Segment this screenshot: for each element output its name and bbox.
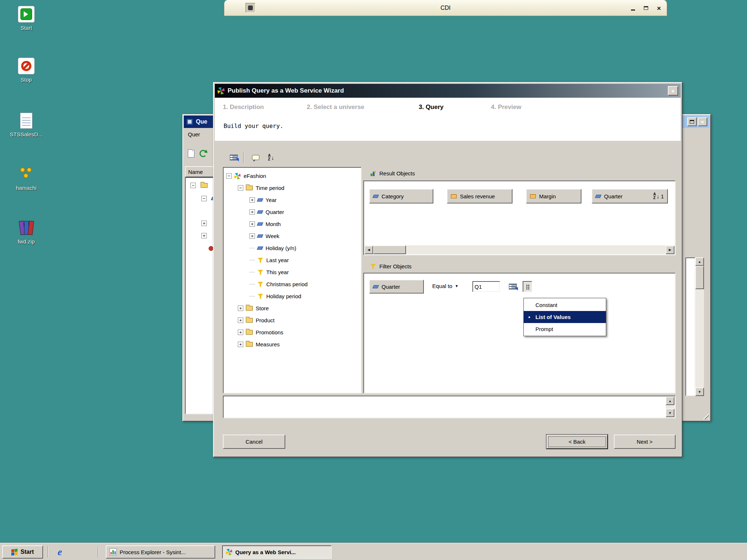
wizard-titlebar[interactable]: Publish Query as a Web Service Wizard × [215,84,681,98]
scroll-down-icon[interactable]: ▼ [666,409,674,417]
result-object-margin[interactable]: Margin [526,189,581,203]
expander-icon[interactable]: − [238,185,243,191]
value-table-icon[interactable] [507,281,519,292]
tree-item-this-year[interactable]: This year [223,266,361,278]
expander-icon[interactable]: + [238,318,243,323]
task-query-web-service[interactable]: Query as a Web Servi... [222,545,332,559]
expander-icon[interactable]: + [238,306,243,311]
folder-icon [246,342,253,347]
tree-item-month[interactable]: + Month [223,218,361,230]
value-type-menu-button[interactable] [523,281,532,292]
restore-icon[interactable] [687,117,697,126]
result-object-quarter[interactable]: Quarter AZ↓ 1 [592,189,668,203]
restore-icon[interactable] [644,6,648,10]
scrollbar-thumb[interactable] [373,245,406,254]
expander-icon[interactable]: + [249,209,255,215]
toolbar-separator [243,152,244,163]
expander-icon[interactable]: + [201,221,207,226]
tree-item-efashion[interactable]: − eFashion [223,170,361,182]
scroll-left-icon[interactable]: ◀ [364,246,373,254]
comment-icon[interactable] [250,152,262,163]
taskbar-separator [98,546,98,558]
dimension-icon [372,195,379,198]
universe-icon [234,173,241,179]
expander-icon[interactable]: + [249,221,255,227]
desktop-icon-label: Start [4,25,48,31]
folder-icon [201,183,208,188]
chevron-down-icon: ▼ [455,284,458,288]
close-icon[interactable]: × [668,86,678,96]
cdi-window-titlebar: CDI × [224,0,667,16]
minimize-icon[interactable] [631,9,635,11]
refresh-icon[interactable] [200,150,207,157]
dimension-icon [372,285,379,288]
tree-item-holiday[interactable]: Holiday (y/n) [223,242,361,254]
tree-item-promotions[interactable]: + Promotions [223,326,361,338]
tree-connector [249,260,255,260]
tree-item-christmas-period[interactable]: Christmas period [223,278,361,290]
cancel-button[interactable]: Cancel [223,435,285,449]
app-menu-query[interactable]: Quer [188,131,200,137]
vertical-scrollbar[interactable]: ▲ ▼ [666,397,674,417]
tree-item-week[interactable]: + Week [223,230,361,242]
tree-item-measures[interactable]: + Measures [223,338,361,350]
expander-icon[interactable]: + [249,233,255,239]
filter-objects-header: Filter Objects [370,263,411,269]
tree-connector [249,284,255,284]
expander-icon[interactable]: + [249,197,255,203]
new-document-icon[interactable] [188,149,194,158]
expander-icon[interactable]: − [190,183,196,188]
result-object-sales-revenue[interactable]: Sales revenue [447,189,512,203]
internet-explorer-icon[interactable]: e [53,545,66,559]
vertical-scrollbar[interactable]: ▲ ▼ [695,257,704,396]
filter-objects-panel[interactable]: Quarter Equal to ▼ [363,273,676,393]
folder-icon [246,306,253,311]
desktop-icon-stop[interactable]: Stop [4,58,48,83]
filter-operator-dropdown[interactable]: Equal to ▼ [432,283,458,289]
tree-item-last-year[interactable]: Last year [223,254,361,266]
scroll-up-icon[interactable]: ▲ [695,257,704,266]
expander-icon[interactable]: + [238,330,243,335]
tree-item-holiday-period[interactable]: Holiday period [223,290,361,302]
tree-item-quarter[interactable]: + Quarter [223,206,361,218]
next-button[interactable]: Next > [614,435,676,449]
menu-item-prompt[interactable]: Prompt [524,323,606,335]
sort-icon[interactable]: AZ↓ [265,152,277,163]
scroll-down-icon[interactable]: ▼ [695,388,704,396]
filter-object-quarter[interactable]: Quarter [369,280,424,293]
resize-grip[interactable] [703,413,709,419]
dimension-icon [257,234,263,238]
tree-item-time-period[interactable]: − Time period [223,182,361,194]
back-button[interactable]: < Back [546,435,608,449]
taskbar: Start e Process Explorer - Sysint... Que… [0,543,747,560]
start-button[interactable]: Start [2,545,43,559]
desktop-icon-stssales[interactable]: STSSalesD... [4,112,48,137]
horizontal-scrollbar[interactable]: ◀ ▶ [364,245,674,254]
scroll-right-icon[interactable]: ▶ [666,246,674,254]
desktop-icon-start[interactable]: Start [4,6,48,31]
universe-tree-panel[interactable]: − eFashion − Time period + Year + Quarte… [223,167,361,393]
menu-item-constant[interactable]: Constant [524,299,606,311]
expander-icon[interactable]: + [201,233,207,238]
desktop-icon-fwdzip[interactable]: fwd.zip [4,219,48,245]
menu-item-list-of-values[interactable]: ● List of Values [524,311,606,323]
step-select-universe: 2. Select a universe [307,104,364,111]
filter-icon [258,294,263,299]
tree-item-store[interactable]: + Store [223,302,361,314]
tree-item-product[interactable]: + Product [223,314,361,326]
desktop-icon-hamachi[interactable]: hamachi [4,166,48,191]
expander-icon[interactable]: + [238,342,243,347]
scroll-up-icon[interactable]: ▲ [666,397,674,405]
filter-value-input[interactable] [472,281,500,292]
close-icon[interactable]: × [657,5,661,12]
result-object-category[interactable]: Category [369,189,433,203]
task-process-explorer[interactable]: Process Explorer - Sysint... [106,545,215,559]
expander-icon[interactable]: − [201,196,207,201]
close-icon[interactable]: × [698,117,707,126]
expander-icon[interactable]: − [226,173,232,179]
scrollbar-thumb[interactable] [695,266,704,289]
tree-connector [249,296,255,296]
combined-query-icon[interactable] [228,152,240,163]
tree-item-year[interactable]: + Year [223,194,361,206]
result-objects-panel[interactable]: Category Sales revenue Margin Quarter AZ… [363,180,676,255]
